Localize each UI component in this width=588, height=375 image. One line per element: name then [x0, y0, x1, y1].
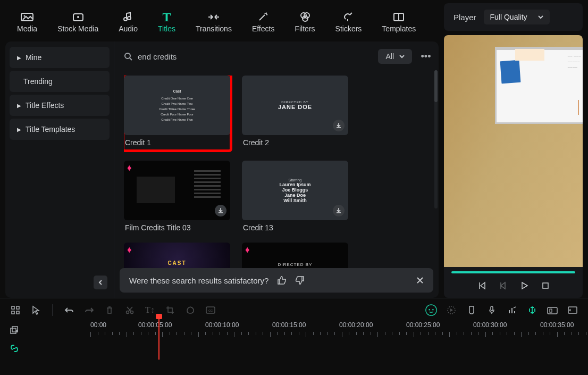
playhead[interactable]: [158, 317, 159, 360]
render-button[interactable]: [446, 304, 457, 316]
svg-point-18: [127, 311, 129, 313]
sidebar-item-trending[interactable]: Trending: [10, 71, 110, 92]
sidebar-label: Trending: [23, 77, 53, 86]
download-button[interactable]: [215, 205, 226, 216]
titles-grid: Cast Credit One Name One Credit Two Name…: [124, 76, 433, 272]
thumb-line: Credit Four Name Four: [159, 112, 195, 117]
snapshot-button[interactable]: [547, 304, 558, 316]
title-card-credit-2[interactable]: DIRECTED BY JANE DOE Credit 2: [242, 76, 348, 150]
premium-icon: ♦: [127, 163, 132, 173]
chevron-down-icon: [399, 54, 405, 59]
templates-icon: [392, 12, 406, 22]
svg-point-19: [131, 311, 133, 313]
titles-icon: T: [159, 12, 173, 22]
undo-button[interactable]: [63, 304, 75, 316]
expand-button[interactable]: [567, 304, 578, 316]
time-label: 00:00:10:00: [205, 321, 239, 329]
time-ruler[interactable]: 00:00 00:00:05:00 00:00:10:00 00:00:15:0…: [90, 321, 588, 338]
scrollbar[interactable]: [434, 70, 438, 209]
whiteboard-prop: ~~ ~~~~~~~~~~~~: [495, 47, 583, 124]
time-label: 00:00:20:00: [339, 321, 373, 329]
transitions-icon: [207, 12, 221, 22]
title-card-film-credits-03[interactable]: ♦ Film Credits Title 03: [124, 161, 230, 232]
tab-stickers[interactable]: Stickers: [331, 10, 366, 35]
voiceover-button[interactable]: [486, 304, 498, 316]
thumb-line: Credit Five Name Five: [159, 117, 195, 122]
search-input[interactable]: end credits: [124, 52, 372, 61]
more-options-button[interactable]: •••: [418, 51, 433, 62]
ai-assistant-button[interactable]: [425, 304, 437, 316]
tab-titles[interactable]: TTitles: [154, 10, 180, 35]
stop-button[interactable]: [540, 280, 551, 291]
tab-filters[interactable]: Filters: [290, 10, 319, 35]
marker-button[interactable]: [466, 304, 477, 316]
time-label: 00:00:30:00: [473, 321, 507, 329]
card-label: Credit 2: [242, 138, 348, 147]
stickers-icon: [341, 12, 355, 22]
tab-media[interactable]: Media: [13, 10, 41, 35]
svg-rect-14: [12, 306, 14, 309]
effects-toggle-button[interactable]: [526, 304, 538, 316]
step-back-button[interactable]: [498, 280, 508, 291]
timeline: 00:00 00:00:05:00 00:00:10:00 00:00:15:0…: [0, 321, 588, 375]
player-header: Player Full Quality: [444, 3, 583, 31]
filter-dropdown[interactable]: All: [378, 49, 412, 64]
time-label: 00:00:05:00: [138, 321, 172, 329]
audio-mixer-button[interactable]: [506, 304, 518, 316]
svg-point-5: [128, 16, 131, 20]
thumbs-down-button[interactable]: [295, 276, 305, 285]
svg-rect-26: [491, 306, 493, 311]
tab-transitions[interactable]: Transitions: [191, 10, 236, 35]
tab-templates[interactable]: Templates: [377, 10, 420, 35]
title-card-credit-1[interactable]: Cast Credit One Name One Credit Two Name…: [124, 76, 230, 150]
filter-label: All: [385, 52, 394, 61]
tab-label: Media: [17, 24, 37, 33]
prev-frame-button[interactable]: [476, 280, 487, 291]
delete-button[interactable]: [104, 304, 115, 316]
redo-button[interactable]: [83, 304, 95, 316]
asset-tabs: Media Stock Media Audio TTitles Transiti…: [5, 3, 439, 41]
grid-icon[interactable]: [10, 304, 21, 316]
crop-button[interactable]: [164, 304, 176, 316]
play-button[interactable]: [519, 280, 530, 291]
cursor-icon[interactable]: [30, 304, 41, 316]
time-label: 00:00:25:00: [406, 321, 440, 329]
tab-label: Effects: [252, 24, 275, 33]
media-icon: [20, 12, 34, 22]
caption-button[interactable]: cc: [205, 304, 216, 316]
tab-effects[interactable]: Effects: [248, 10, 279, 35]
cut-button[interactable]: [124, 304, 136, 316]
title-card-credit-13[interactable]: Starring Lauren Ipsum Joe Bloggs Jane Do…: [242, 161, 348, 232]
thumb-heading: CAST: [167, 260, 186, 266]
tab-label: Stickers: [335, 24, 362, 33]
audio-icon: [121, 12, 135, 22]
preview-video[interactable]: ~~ ~~~~~~~~~~~~: [444, 35, 583, 267]
svg-rect-27: [548, 307, 557, 314]
add-track-button[interactable]: [9, 324, 20, 336]
tab-label: Audio: [119, 24, 138, 33]
tab-label: Titles: [158, 24, 175, 33]
tab-label: Filters: [295, 24, 315, 33]
thumb-line: Will Smith: [279, 198, 310, 203]
close-feedback-button[interactable]: [416, 277, 424, 284]
color-button[interactable]: [184, 304, 196, 316]
thumb-line: Credit Three Name Three: [159, 106, 195, 112]
quality-dropdown[interactable]: Full Quality: [484, 10, 550, 24]
sidebar-item-title-templates[interactable]: ▶Title Templates: [10, 119, 110, 140]
thumbs-up-button[interactable]: [277, 276, 287, 285]
sidebar-item-mine[interactable]: ▶Mine: [10, 47, 110, 68]
text-button[interactable]: T↕: [144, 304, 156, 316]
premium-icon: ♦: [127, 245, 132, 255]
link-button[interactable]: [9, 343, 20, 354]
time-label: 00:00:35:00: [540, 321, 574, 329]
svg-point-8: [303, 16, 308, 21]
download-button[interactable]: [333, 120, 345, 131]
tab-label: Transitions: [196, 24, 232, 33]
tab-audio[interactable]: Audio: [114, 10, 142, 35]
collapse-sidebar-button[interactable]: [94, 276, 107, 289]
progress-bar[interactable]: [451, 271, 575, 273]
sidebar-item-title-effects[interactable]: ▶Title Effects: [10, 95, 110, 116]
tab-stock-media[interactable]: Stock Media: [53, 10, 103, 35]
download-button[interactable]: [333, 205, 345, 216]
search-icon: [124, 52, 132, 61]
